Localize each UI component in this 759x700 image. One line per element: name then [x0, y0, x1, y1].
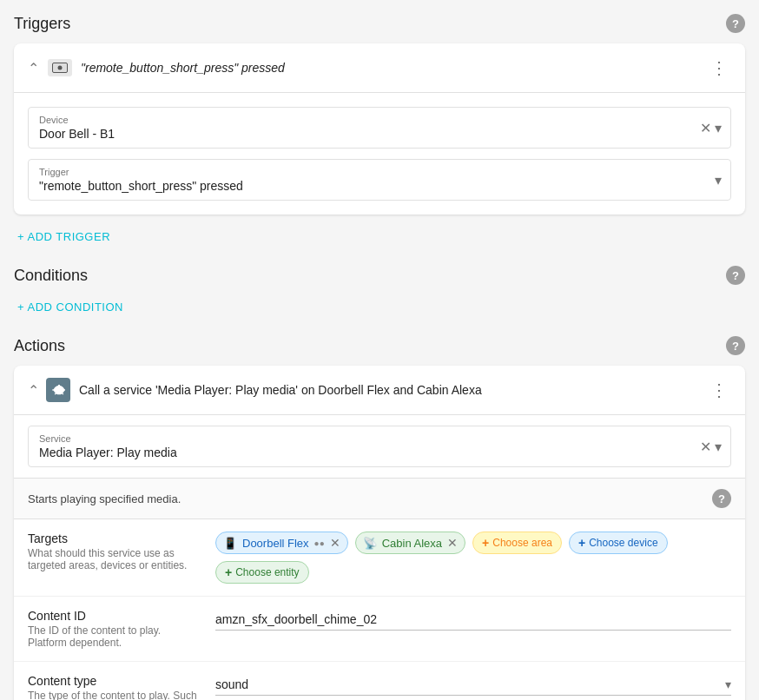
targets-chips-col: 📱 Doorbell Flex ●● ✕ 📡 Cabin Alexa ✕ + — [215, 532, 731, 584]
action-card-header: ⌃ Call a service 'Media Player: Play med… — [14, 366, 745, 415]
content-type-label: Content type — [28, 674, 201, 688]
trigger-card-title: "remote_button_short_press" pressed — [81, 61, 285, 75]
action-more-icon[interactable]: ⋮ — [707, 376, 731, 404]
service-clear-icon[interactable]: ✕ — [700, 439, 711, 455]
service-info-help-icon[interactable]: ? — [712, 489, 731, 508]
chip-dots-doorbell: ●● — [314, 538, 325, 548]
trigger-field: Trigger "remote_button_short_press" pres… — [28, 159, 731, 201]
chip-icon-alexa: 📡 — [363, 537, 377, 550]
trigger-field-controls: ▾ — [715, 172, 722, 188]
trigger-card-header: ⌃ "remote_button_short_press" pressed ⋮ — [14, 43, 745, 93]
actions-help-icon[interactable]: ? — [726, 336, 745, 355]
targets-label-col: Targets What should this service use as … — [28, 532, 201, 571]
content-type-dropdown-arrow: ▾ — [725, 677, 731, 691]
choose-entity-plus-icon: + — [225, 565, 232, 579]
device-field: Device Door Bell - B1 ✕ ▾ — [28, 107, 731, 149]
actions-header: Actions ? — [14, 336, 745, 355]
service-dropdown-icon[interactable]: ▾ — [715, 439, 722, 455]
triggers-title: Triggers — [14, 15, 70, 33]
choose-device-button[interactable]: + Choose device — [569, 532, 668, 554]
device-value: Door Bell - B1 — [39, 127, 720, 141]
content-type-value-col: sound ▾ — [215, 674, 731, 696]
svg-point-1 — [58, 66, 63, 70]
choose-device-plus-icon: + — [578, 536, 585, 550]
conditions-title: Conditions — [14, 267, 88, 285]
device-dropdown-icon[interactable]: ▾ — [715, 120, 722, 136]
triggers-help-icon[interactable]: ? — [726, 14, 745, 33]
chip-label-alexa: Cabin Alexa — [382, 537, 442, 550]
target-chip-cabin-alexa: 📡 Cabin Alexa ✕ — [355, 532, 465, 554]
choose-device-label: Choose device — [589, 537, 657, 549]
service-field: Service Media Player: Play media ✕ ▾ — [28, 426, 731, 467]
trigger-device-icon — [48, 59, 72, 76]
actions-title: Actions — [14, 337, 65, 355]
conditions-header: Conditions ? — [14, 266, 745, 285]
conditions-help-icon[interactable]: ? — [726, 266, 745, 285]
content-id-label-col: Content ID The ID of the content to play… — [28, 609, 201, 649]
chip-icon-doorbell: 📱 — [223, 537, 237, 550]
service-info-text: Starts playing specified media. — [28, 492, 181, 505]
service-field-wrapper: Service Media Player: Play media ✕ ▾ — [14, 415, 745, 479]
triggers-header: Triggers ? — [14, 14, 745, 33]
choose-area-plus-icon: + — [482, 536, 489, 550]
choose-entity-button[interactable]: + Choose entity — [215, 561, 309, 584]
service-info-bar: Starts playing specified media. ? — [14, 479, 745, 519]
service-field-controls: ✕ ▾ — [700, 439, 722, 455]
content-type-label-col: Content type The type of the content to … — [28, 674, 201, 700]
content-id-row: Content ID The ID of the content to play… — [14, 597, 745, 662]
content-id-input[interactable] — [215, 609, 731, 631]
targets-label: Targets — [28, 532, 201, 545]
choose-area-label: Choose area — [492, 537, 552, 549]
action-card-title: Call a service 'Media Player: Play media… — [79, 383, 707, 397]
device-clear-icon[interactable]: ✕ — [700, 120, 711, 136]
targets-desc: What should this service use as targeted… — [28, 547, 201, 571]
chip-close-alexa[interactable]: ✕ — [447, 536, 458, 550]
content-id-desc: The ID of the content to play. Platform … — [28, 624, 201, 649]
trigger-label: Trigger — [39, 167, 720, 177]
choose-area-button[interactable]: + Choose area — [472, 532, 562, 554]
trigger-dropdown-icon[interactable]: ▾ — [715, 172, 722, 188]
conditions-section: Conditions ? + ADD CONDITION — [14, 266, 745, 319]
content-type-dropdown[interactable]: sound ▾ — [215, 674, 731, 696]
service-value: Media Player: Play media — [39, 446, 720, 459]
triggers-section: Triggers ? ⌃ "remote_button_short_press"… — [14, 14, 745, 248]
trigger-card-header-left: ⌃ "remote_button_short_press" pressed — [28, 59, 707, 76]
trigger-card: ⌃ "remote_button_short_press" pressed ⋮ … — [14, 43, 745, 215]
action-card: ⌃ Call a service 'Media Player: Play med… — [14, 366, 745, 700]
trigger-more-icon[interactable]: ⋮ — [707, 54, 731, 82]
trigger-value: "remote_button_short_press" pressed — [39, 179, 720, 193]
action-service-icon — [46, 378, 70, 402]
device-label: Device — [39, 115, 720, 125]
add-condition-button[interactable]: + ADD CONDITION — [14, 295, 127, 319]
trigger-card-body: Device Door Bell - B1 ✕ ▾ Trigger "remot… — [14, 93, 745, 215]
add-trigger-button[interactable]: + ADD TRIGGER — [14, 225, 114, 248]
chip-close-doorbell[interactable]: ✕ — [330, 536, 340, 550]
targets-row: Targets What should this service use as … — [14, 519, 745, 597]
service-label: Service — [39, 433, 720, 444]
content-type-value: sound — [215, 677, 248, 691]
target-chip-doorbell-flex: 📱 Doorbell Flex ●● ✕ — [215, 532, 348, 554]
page-container: Triggers ? ⌃ "remote_button_short_press"… — [0, 0, 759, 700]
actions-section: Actions ? ⌃ Call a service 'Media Player… — [14, 336, 745, 700]
content-type-desc: The type of the content to play. Such as… — [28, 690, 201, 700]
device-field-controls: ✕ ▾ — [700, 120, 722, 136]
action-collapse-icon[interactable]: ⌃ — [28, 382, 39, 399]
content-id-value-col — [215, 609, 731, 631]
content-id-label: Content ID — [28, 609, 201, 623]
chip-label-doorbell: Doorbell Flex — [242, 537, 309, 550]
choose-entity-label: Choose entity — [235, 566, 299, 578]
trigger-collapse-icon[interactable]: ⌃ — [28, 60, 39, 76]
content-type-row: Content type The type of the content to … — [14, 662, 745, 700]
